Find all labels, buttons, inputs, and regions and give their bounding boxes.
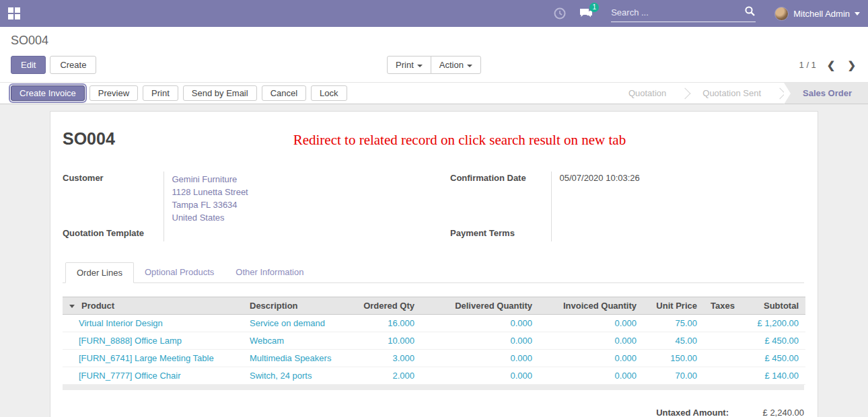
totals-section: Untaxed Amount: £ 2,240.00 xyxy=(63,408,804,417)
pager-counter: 1 / 1 xyxy=(799,60,816,70)
chevron-down-icon xyxy=(467,65,472,67)
sheet: SO004 Redirect to related record on clic… xyxy=(50,111,818,417)
search-input[interactable] xyxy=(611,7,744,17)
statusbar: Create Invoice Preview Print Send by Ema… xyxy=(0,82,868,104)
untaxed-amount-value: £ 2,240.00 xyxy=(729,408,804,417)
lock-button[interactable]: Lock xyxy=(311,85,347,101)
column-sort-caret-icon[interactable] xyxy=(69,305,75,308)
user-name: Mitchell Admin xyxy=(793,9,850,19)
cancel-button[interactable]: Cancel xyxy=(262,85,306,101)
action-dropdown-button[interactable]: Action xyxy=(431,56,481,74)
chevron-down-icon xyxy=(417,65,423,67)
breadcrumb[interactable]: SO004 xyxy=(11,34,857,48)
messages-icon[interactable]: 1 xyxy=(579,7,592,20)
state-sales-order[interactable]: Sales Order xyxy=(784,83,868,104)
table-row[interactable]: Virtual Interior Design Service on deman… xyxy=(63,315,805,332)
preview-button[interactable]: Preview xyxy=(89,85,138,101)
state-quotation-sent[interactable]: Quotation Sent xyxy=(689,83,774,104)
search-icon[interactable] xyxy=(744,5,756,20)
customer-label: Customer xyxy=(63,172,164,227)
tab-order-lines[interactable]: Order Lines xyxy=(65,262,134,283)
apps-menu-icon[interactable] xyxy=(8,7,20,20)
messages-badge: 1 xyxy=(589,3,599,12)
global-search xyxy=(611,5,756,22)
pager-next-button[interactable]: ❯ xyxy=(846,59,857,71)
annotation-text: Redirect to related record on click sear… xyxy=(115,129,804,149)
form-view: SO004 Redirect to related record on clic… xyxy=(0,104,868,417)
user-avatar xyxy=(774,7,789,21)
payment-terms-label: Payment Terms xyxy=(450,227,551,241)
print-dropdown-button[interactable]: Print xyxy=(387,56,431,74)
print-button[interactable]: Print xyxy=(143,85,178,101)
untaxed-amount-label: Untaxed Amount: xyxy=(656,408,729,417)
right-field-group: Confirmation Date 05/07/2020 10:03:26 Pa… xyxy=(450,172,804,241)
customer-value[interactable]: Gemini Furniture 1128 Lunetta Street Tam… xyxy=(164,172,417,227)
user-menu[interactable]: Mitchell Admin xyxy=(774,7,860,21)
notebook-tabs: Order Lines Optional Products Other Info… xyxy=(63,262,804,283)
payment-terms-value[interactable] xyxy=(551,227,804,241)
quotation-template-label: Quotation Template xyxy=(63,227,164,241)
create-invoice-button[interactable]: Create Invoice xyxy=(11,85,85,101)
edit-button[interactable]: Edit xyxy=(11,56,46,74)
pager-previous-button[interactable]: ❮ xyxy=(826,59,837,71)
chevron-separator-icon xyxy=(774,83,784,104)
top-navbar: 1 Mitchell Admin xyxy=(0,0,868,27)
table-row[interactable]: [FURN_6741] Large Meeting Table Multimed… xyxy=(63,350,805,367)
control-panel: SO004 Edit Create Print Action 1 / 1 ❮ ❯ xyxy=(0,27,868,82)
quotation-template-value[interactable] xyxy=(164,227,417,241)
confirmation-date-label: Confirmation Date xyxy=(450,172,551,227)
table-header-row: Product Description Ordered Qty Delivere… xyxy=(63,297,805,315)
state-quotation[interactable]: Quotation xyxy=(615,83,680,104)
user-menu-caret-icon xyxy=(855,12,860,15)
chevron-separator-icon xyxy=(680,83,689,104)
table-row[interactable]: [FURN_7777] Office Chair Switch, 24 port… xyxy=(63,367,805,385)
create-button[interactable]: Create xyxy=(50,56,96,74)
order-lines-table: Product Description Ordered Qty Delivere… xyxy=(63,297,805,385)
table-footer-strip xyxy=(63,385,804,390)
tab-optional-products[interactable]: Optional Products xyxy=(134,262,225,283)
table-row[interactable]: [FURN_8888] Office Lamp Webcam 10.000 0.… xyxy=(63,332,805,350)
send-by-email-button[interactable]: Send by Email xyxy=(183,85,257,101)
tab-other-information[interactable]: Other Information xyxy=(225,262,314,283)
left-field-group: Customer Gemini Furniture 1128 Lunetta S… xyxy=(63,172,417,241)
activities-clock-icon[interactable] xyxy=(553,7,567,20)
record-title: SO004 xyxy=(63,129,115,149)
confirmation-date-value[interactable]: 05/07/2020 10:03:26 xyxy=(551,172,804,227)
